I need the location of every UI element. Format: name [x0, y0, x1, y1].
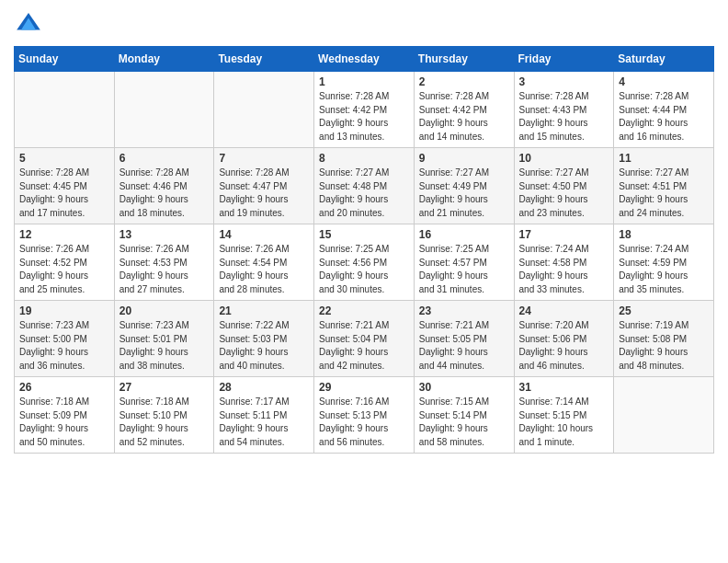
calendar-day [614, 377, 714, 454]
calendar-week-4: 19Sunrise: 7:23 AM Sunset: 5:00 PM Dayli… [15, 301, 714, 377]
header-tuesday: Tuesday [214, 47, 314, 72]
day-number: 2 [419, 75, 509, 88]
day-number: 8 [319, 152, 409, 165]
day-number: 12 [19, 228, 109, 241]
calendar-day: 19Sunrise: 7:23 AM Sunset: 5:00 PM Dayli… [15, 301, 115, 377]
calendar-day: 12Sunrise: 7:26 AM Sunset: 4:52 PM Dayli… [15, 224, 115, 301]
calendar-day: 2Sunrise: 7:28 AM Sunset: 4:42 PM Daylig… [414, 72, 514, 148]
day-info: Sunrise: 7:28 AM Sunset: 4:42 PM Dayligh… [319, 90, 409, 144]
day-number: 21 [219, 304, 309, 317]
calendar-week-1: 1Sunrise: 7:28 AM Sunset: 4:42 PM Daylig… [15, 72, 714, 148]
day-info: Sunrise: 7:28 AM Sunset: 4:44 PM Dayligh… [619, 90, 709, 144]
day-info: Sunrise: 7:14 AM Sunset: 5:15 PM Dayligh… [519, 396, 609, 449]
calendar-day: 8Sunrise: 7:27 AM Sunset: 4:48 PM Daylig… [314, 148, 415, 224]
day-number: 7 [219, 152, 309, 165]
day-number: 6 [119, 152, 210, 165]
day-info: Sunrise: 7:18 AM Sunset: 5:09 PM Dayligh… [19, 396, 109, 449]
day-info: Sunrise: 7:18 AM Sunset: 5:10 PM Dayligh… [119, 396, 210, 449]
day-number: 3 [519, 75, 609, 88]
day-number: 17 [519, 228, 609, 241]
calendar-day: 3Sunrise: 7:28 AM Sunset: 4:43 PM Daylig… [514, 72, 614, 148]
day-number: 14 [219, 228, 309, 241]
day-number: 22 [319, 304, 409, 317]
day-number: 10 [519, 152, 609, 165]
day-info: Sunrise: 7:25 AM Sunset: 4:56 PM Dayligh… [319, 243, 409, 296]
day-info: Sunrise: 7:24 AM Sunset: 4:59 PM Dayligh… [619, 243, 709, 296]
calendar-day [114, 72, 214, 148]
calendar-day [214, 72, 314, 148]
calendar-day: 13Sunrise: 7:26 AM Sunset: 4:53 PM Dayli… [114, 224, 214, 301]
day-info: Sunrise: 7:27 AM Sunset: 4:48 PM Dayligh… [319, 167, 409, 220]
calendar-day: 20Sunrise: 7:23 AM Sunset: 5:01 PM Dayli… [114, 301, 214, 377]
calendar-day: 7Sunrise: 7:28 AM Sunset: 4:47 PM Daylig… [214, 148, 314, 224]
calendar-header-row: SundayMondayTuesdayWednesdayThursdayFrid… [15, 47, 714, 72]
day-number: 19 [19, 304, 109, 317]
calendar-day: 16Sunrise: 7:25 AM Sunset: 4:57 PM Dayli… [414, 224, 514, 301]
logo-icon [14, 9, 43, 39]
calendar-day: 22Sunrise: 7:21 AM Sunset: 5:04 PM Dayli… [314, 301, 415, 377]
day-number: 15 [319, 228, 409, 241]
day-number: 30 [419, 381, 509, 394]
calendar-day: 30Sunrise: 7:15 AM Sunset: 5:14 PM Dayli… [414, 377, 514, 454]
day-info: Sunrise: 7:25 AM Sunset: 4:57 PM Dayligh… [419, 243, 509, 296]
day-info: Sunrise: 7:23 AM Sunset: 5:01 PM Dayligh… [119, 319, 210, 373]
day-number: 29 [319, 381, 409, 394]
day-number: 23 [419, 304, 509, 317]
day-number: 11 [619, 152, 709, 165]
day-info: Sunrise: 7:28 AM Sunset: 4:46 PM Dayligh… [119, 167, 210, 220]
day-number: 20 [119, 304, 210, 317]
calendar-day: 4Sunrise: 7:28 AM Sunset: 4:44 PM Daylig… [614, 72, 714, 148]
calendar-day: 24Sunrise: 7:20 AM Sunset: 5:06 PM Dayli… [514, 301, 614, 377]
day-number: 31 [519, 381, 609, 394]
calendar-day: 28Sunrise: 7:17 AM Sunset: 5:11 PM Dayli… [214, 377, 314, 454]
day-number: 27 [119, 381, 210, 394]
logo [14, 9, 47, 39]
day-info: Sunrise: 7:28 AM Sunset: 4:42 PM Dayligh… [419, 90, 509, 144]
header-thursday: Thursday [414, 47, 514, 72]
calendar-day: 31Sunrise: 7:14 AM Sunset: 5:15 PM Dayli… [514, 377, 614, 454]
calendar-week-5: 26Sunrise: 7:18 AM Sunset: 5:09 PM Dayli… [15, 377, 714, 454]
calendar: SundayMondayTuesdayWednesdayThursdayFrid… [14, 46, 714, 454]
calendar-day: 15Sunrise: 7:25 AM Sunset: 4:56 PM Dayli… [314, 224, 415, 301]
calendar-day: 6Sunrise: 7:28 AM Sunset: 4:46 PM Daylig… [114, 148, 214, 224]
day-number: 28 [219, 381, 309, 394]
day-info: Sunrise: 7:27 AM Sunset: 4:50 PM Dayligh… [519, 167, 609, 220]
calendar-day: 27Sunrise: 7:18 AM Sunset: 5:10 PM Dayli… [114, 377, 214, 454]
day-number: 24 [519, 304, 609, 317]
calendar-day: 18Sunrise: 7:24 AM Sunset: 4:59 PM Dayli… [614, 224, 714, 301]
day-info: Sunrise: 7:15 AM Sunset: 5:14 PM Dayligh… [419, 396, 509, 449]
day-info: Sunrise: 7:17 AM Sunset: 5:11 PM Dayligh… [219, 396, 309, 449]
calendar-day: 21Sunrise: 7:22 AM Sunset: 5:03 PM Dayli… [214, 301, 314, 377]
day-number: 25 [619, 304, 709, 317]
day-info: Sunrise: 7:27 AM Sunset: 4:49 PM Dayligh… [419, 167, 509, 220]
day-number: 4 [619, 75, 709, 88]
calendar-day: 5Sunrise: 7:28 AM Sunset: 4:45 PM Daylig… [15, 148, 115, 224]
calendar-day: 26Sunrise: 7:18 AM Sunset: 5:09 PM Dayli… [15, 377, 115, 454]
header-friday: Friday [514, 47, 614, 72]
day-info: Sunrise: 7:26 AM Sunset: 4:54 PM Dayligh… [219, 243, 309, 296]
calendar-day: 14Sunrise: 7:26 AM Sunset: 4:54 PM Dayli… [214, 224, 314, 301]
day-number: 1 [319, 75, 409, 88]
day-number: 13 [119, 228, 210, 241]
day-info: Sunrise: 7:24 AM Sunset: 4:58 PM Dayligh… [519, 243, 609, 296]
calendar-day [15, 72, 115, 148]
page-header [14, 9, 714, 39]
header-wednesday: Wednesday [314, 47, 415, 72]
day-info: Sunrise: 7:22 AM Sunset: 5:03 PM Dayligh… [219, 319, 309, 373]
day-number: 9 [419, 152, 509, 165]
day-info: Sunrise: 7:19 AM Sunset: 5:08 PM Dayligh… [619, 319, 709, 373]
calendar-day: 23Sunrise: 7:21 AM Sunset: 5:05 PM Dayli… [414, 301, 514, 377]
day-info: Sunrise: 7:21 AM Sunset: 5:05 PM Dayligh… [419, 319, 509, 373]
calendar-day: 10Sunrise: 7:27 AM Sunset: 4:50 PM Dayli… [514, 148, 614, 224]
header-monday: Monday [114, 47, 214, 72]
day-number: 26 [19, 381, 109, 394]
day-number: 18 [619, 228, 709, 241]
calendar-day: 1Sunrise: 7:28 AM Sunset: 4:42 PM Daylig… [314, 72, 415, 148]
day-number: 16 [419, 228, 509, 241]
calendar-day: 11Sunrise: 7:27 AM Sunset: 4:51 PM Dayli… [614, 148, 714, 224]
calendar-week-2: 5Sunrise: 7:28 AM Sunset: 4:45 PM Daylig… [15, 148, 714, 224]
day-info: Sunrise: 7:28 AM Sunset: 4:45 PM Dayligh… [19, 167, 109, 220]
day-info: Sunrise: 7:23 AM Sunset: 5:00 PM Dayligh… [19, 319, 109, 373]
day-info: Sunrise: 7:16 AM Sunset: 5:13 PM Dayligh… [319, 396, 409, 449]
day-info: Sunrise: 7:21 AM Sunset: 5:04 PM Dayligh… [319, 319, 409, 373]
